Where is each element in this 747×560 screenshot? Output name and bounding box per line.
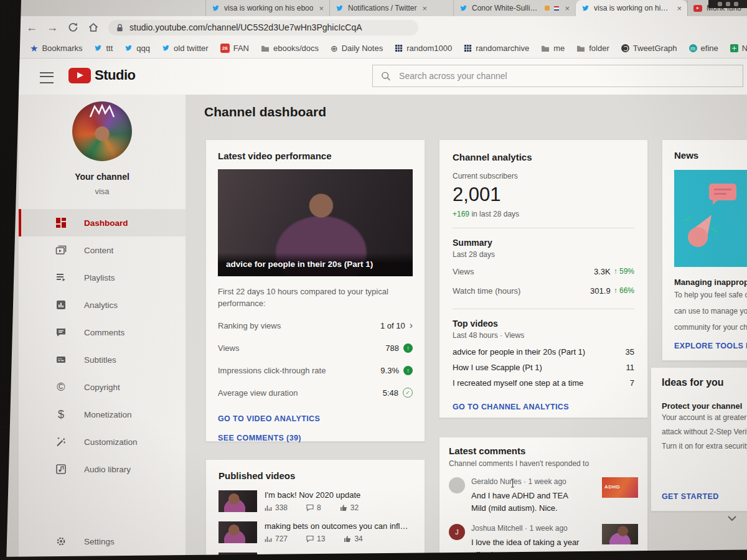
comments-icon (55, 326, 67, 338)
sidebar-item-comments[interactable]: Comments (19, 319, 186, 346)
sidebar-item-content[interactable]: Content (19, 236, 186, 264)
up-arrow-icon: ↑ (614, 286, 618, 295)
home-icon[interactable] (88, 22, 99, 33)
sidebar-item-copyright[interactable]: © Copyright (19, 373, 186, 401)
tab-close-icon[interactable]: × (565, 4, 570, 13)
news-illustration (674, 170, 747, 267)
studio-logo[interactable]: Studio (68, 67, 135, 83)
top-video-row[interactable]: How I use Scapple (Pt 1)11 (453, 360, 634, 375)
twitter-icon (581, 4, 590, 12)
stat-row-views: Views 788↑ (218, 337, 413, 359)
sidebar: Your channel visa Dashboard Content Play… (19, 95, 186, 560)
news-headline: Managing inappropriate (674, 278, 747, 287)
menu-icon[interactable] (40, 72, 54, 83)
ideas-headline: Protect your channel (662, 401, 747, 411)
card-title: Channel analytics (453, 152, 634, 162)
comment-icon (306, 504, 314, 511)
see-comments-link[interactable]: SEE COMMENTS (39) (218, 434, 413, 442)
chevron-right-icon[interactable]: › (410, 320, 413, 331)
comment-text: And I have ADHD and TEA Mild (mild autis… (471, 490, 585, 515)
reload-icon[interactable] (67, 22, 78, 33)
tab-notifications-twitter[interactable]: Notifications / Twitter × (329, 0, 453, 16)
sidebar-item-dashboard[interactable]: Dashboard (19, 209, 186, 236)
tab-visa-ebook-2[interactable]: visa is working on his eboo × (575, 0, 687, 16)
youtube-icon (693, 5, 702, 12)
explore-tools-link[interactable]: EXPLORE TOOLS NOW (674, 342, 747, 350)
tab-close-icon[interactable]: × (677, 4, 682, 13)
subscribers-label: Current subscribers (453, 172, 634, 180)
comment-video-thumbnail[interactable] (602, 524, 638, 544)
stat-row-avg-duration: Average view duration 5:48✓ (218, 381, 413, 404)
page-title: Channel dashboard (204, 105, 326, 119)
browser-toolbar: ← → studio.youtube.com/channel/UC5S2d3Ue… (0, 16, 747, 39)
tab-conor-white-sullivan[interactable]: Conor White-Sullivan × (453, 0, 575, 16)
bookmark-ebooks-docs[interactable]: ebooks/docs (261, 44, 319, 53)
stat-row-ranking: Ranking by views 1 of 10› (218, 314, 413, 337)
comment-icon (306, 535, 314, 543)
bookmark-randomarchive[interactable]: randomarchive (464, 44, 529, 53)
go-to-channel-analytics-link[interactable]: GO TO CHANNEL ANALYTICS (453, 403, 569, 411)
twitter-icon (212, 4, 220, 12)
sidebar-item-settings[interactable]: Settings (19, 528, 186, 555)
search-input[interactable] (398, 70, 735, 82)
twitter-icon (94, 44, 102, 52)
channel-avatar[interactable] (72, 101, 132, 161)
go-to-video-analytics-link[interactable]: GO TO VIDEO ANALYTICS (218, 414, 413, 423)
tab-close-icon[interactable]: × (423, 4, 428, 13)
back-icon[interactable]: ← (26, 22, 37, 33)
sidebar-item-playlists[interactable]: Playlists (19, 264, 186, 291)
sidebar-item-audio-library[interactable]: Audio library (19, 455, 186, 483)
sidebar-menu: Dashboard Content Playlists Analytics Co… (19, 209, 186, 483)
bookmark-qqq[interactable]: qqq (125, 44, 150, 53)
bookmark-efine[interactable]: mefine (689, 44, 718, 53)
top-videos-period: Last 48 hours · Views (453, 331, 634, 340)
bar-chart-icon (265, 504, 272, 511)
latest-video-thumbnail[interactable]: advice for people in their 20s (Part 1) (218, 169, 413, 276)
get-started-link[interactable]: GET STARTED (662, 492, 719, 501)
top-video-row[interactable]: advice for people in their 20s (Part 1)3… (453, 345, 634, 359)
folder-icon (576, 45, 585, 52)
tab-close-icon[interactable]: × (319, 4, 324, 13)
bookmark-old-twitter[interactable]: old twitter (162, 44, 209, 53)
views-metric: 338 (265, 503, 288, 512)
tab-visa-ebook-1[interactable]: visa is working on his eboo × (205, 0, 329, 16)
us-flag-icon (554, 6, 560, 11)
gear-icon (55, 535, 67, 548)
published-video-row[interactable]: I'm back! Nov 2020 update 338 8 32 (218, 490, 412, 512)
summary-row-watch-time: Watch time (hours) 301.9↑ 66% (453, 282, 634, 299)
screen-bezel (0, 0, 21, 560)
sidebar-item-customization[interactable]: Customization (19, 428, 186, 455)
tab-title: visa is working on his eboo (594, 4, 671, 12)
bookmark-tweetgraph[interactable]: TweetGraph (621, 44, 677, 53)
url-bar[interactable]: studio.youtube.com/channel/UC5S2d3Ue7wHn… (108, 20, 418, 35)
card-title: Latest comments (449, 446, 638, 456)
sidebar-item-analytics[interactable]: Analytics (19, 291, 186, 319)
subtitles-icon (55, 353, 67, 366)
bookmark-ttt[interactable]: ttt (94, 44, 113, 53)
performance-summary: First 22 days 10 hours compared to your … (218, 286, 405, 309)
bookmark-november-bulk[interactable]: November bulk - (730, 44, 747, 53)
up-arrow-icon: ↑ (614, 267, 618, 276)
bookmarks-menu[interactable]: ★Bookmarks (30, 43, 82, 54)
globe-icon: ⊕ (331, 44, 338, 54)
ideas-for-you-card: Ideas for you Protect your channel Your … (651, 367, 747, 511)
bookmarks-bar: ★Bookmarks ttt qqq old twitter 26FAN ebo… (0, 39, 747, 58)
top-video-row[interactable]: I recreated myself one step at a time7 (453, 376, 634, 390)
star-icon: ★ (30, 43, 38, 54)
comments-metric: 8 (306, 503, 321, 512)
bookmark-daily-notes[interactable]: ⊕Daily Notes (331, 44, 383, 54)
forward-icon[interactable]: → (47, 22, 58, 33)
bookmark-me[interactable]: me (541, 44, 565, 53)
tab-title: Notifications / Twitter (348, 4, 416, 12)
published-video-row[interactable]: making bets on outcomes you can influenc… (218, 521, 412, 543)
sidebar-item-monetization[interactable]: $ Monetization (19, 401, 186, 428)
comment-video-thumbnail[interactable]: ADHD (602, 477, 638, 498)
summary-row-views: Views 3.3K↑ 59% (453, 263, 634, 280)
channel-name: visa (19, 187, 186, 196)
bookmark-folder[interactable]: folder (576, 44, 609, 53)
top-videos-title: Top videos (453, 319, 634, 329)
bookmark-random1000[interactable]: random1000 (395, 44, 452, 53)
bookmark-fan[interactable]: 26FAN (220, 44, 249, 53)
sidebar-item-subtitles[interactable]: Subtitles (19, 346, 186, 373)
chevron-down-icon[interactable] (727, 515, 737, 521)
